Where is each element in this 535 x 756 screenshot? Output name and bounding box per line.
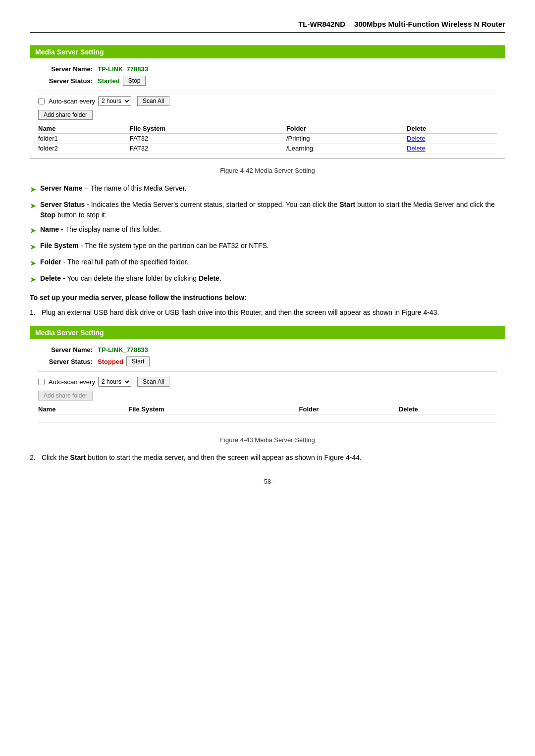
row-filesystem: FAT32 xyxy=(130,144,286,153)
figure43-auto-scan-row: Auto-scan every 2 hours Scan All xyxy=(38,377,497,387)
server-name-value: TP-LINK_778833 xyxy=(98,65,148,73)
step2-list: 2. Click the Start button to start the m… xyxy=(30,453,505,463)
figure43-folder-table: Name File System Folder Delete xyxy=(38,404,497,423)
desc-folder: ➤ Folder - The real full path of the spe… xyxy=(30,257,505,269)
term-folder: Folder xyxy=(40,258,61,266)
server-name-row: Server Name: TP-LINK_778833 xyxy=(38,65,497,73)
page-header: TL-WR842ND 300Mbps Multi-Function Wirele… xyxy=(30,20,505,33)
server-name-label: Server Name: xyxy=(38,65,93,73)
term-filesystem: File System xyxy=(40,242,79,250)
term-server-status: Server Status xyxy=(40,201,85,208)
stop-button[interactable]: Stop xyxy=(123,76,146,86)
stop-bold: Stop xyxy=(40,211,55,219)
step-2: 2. Click the Start button to start the m… xyxy=(30,453,505,463)
start-bold-step2: Start xyxy=(70,454,86,461)
arrow-icon: ➤ xyxy=(30,200,36,212)
scan-all-button[interactable]: Scan All xyxy=(137,96,169,106)
figure42-caption: Figure 4-42 Media Server Setting xyxy=(30,167,505,174)
arrow-icon: ➤ xyxy=(30,184,36,196)
figure43-auto-scan-label: Auto-scan every xyxy=(49,378,95,386)
figure43-server-name-value: TP-LINK_778833 xyxy=(98,346,148,353)
figure43-add-share-folder-button: Add share folder xyxy=(38,391,93,401)
folder-table: Name File System Folder Delete folder1 F… xyxy=(38,124,497,153)
arrow-icon: ➤ xyxy=(30,241,36,253)
term-server-name: Server Name xyxy=(40,184,83,192)
figure42-title: Media Server Setting xyxy=(30,46,505,58)
row-folder: /Printing xyxy=(286,134,407,144)
arrow-icon: ➤ xyxy=(30,257,36,269)
desc-filesystem: ➤ File System - The file system type on … xyxy=(30,241,505,253)
step-2-text: Click the Start button to start the medi… xyxy=(42,453,505,463)
figure43-col-filesystem-header: File System xyxy=(128,404,299,414)
figure43-col-name-header: Name xyxy=(38,404,128,414)
step-1-text: Plug an external USB hard disk drive or … xyxy=(42,307,505,318)
figure43-col-delete-header: Delete xyxy=(399,404,497,414)
server-status-row: Server Status: Started Stop xyxy=(38,76,497,86)
desc-name: ➤ Name - The display name of this folder… xyxy=(30,224,505,237)
row-delete[interactable]: Delete xyxy=(407,134,497,144)
auto-scan-row: Auto-scan every 2 hours Scan All xyxy=(38,96,497,106)
row-filesystem: FAT32 xyxy=(130,134,286,144)
desc-delete: ➤ Delete - You can delete the share fold… xyxy=(30,273,505,286)
figure43-server-name-row: Server Name: TP-LINK_778833 xyxy=(38,346,497,353)
start-bold: Start xyxy=(339,201,355,208)
description-list: ➤ Server Name – The name of this Media S… xyxy=(30,183,505,286)
server-status-value: Started xyxy=(98,77,120,85)
figure43-server-status-label: Server Status: xyxy=(38,358,93,365)
col-delete-header: Delete xyxy=(407,124,497,134)
col-filesystem-header: File System xyxy=(130,124,286,134)
figure43-hours-select[interactable]: 2 hours xyxy=(98,377,131,387)
row-delete[interactable]: Delete xyxy=(407,144,497,153)
figure42-box: Media Server Setting Server Name: TP-LIN… xyxy=(30,45,505,159)
table-row: folder1 FAT32 /Printing Delete xyxy=(38,134,497,144)
step-1-num: 1. xyxy=(30,307,42,318)
term-name: Name xyxy=(40,225,59,233)
desc-server-status: ➤ Server Status - Indicates the Media Se… xyxy=(30,200,505,220)
model-description: 300Mbps Multi-Function Wireless N Router xyxy=(354,20,505,28)
row-name: folder1 xyxy=(38,134,130,144)
table-row: folder2 FAT32 /Learning Delete xyxy=(38,144,497,153)
page-footer: - 58 - xyxy=(30,478,505,485)
desc-server-name: ➤ Server Name – The name of this Media S… xyxy=(30,183,505,196)
figure43-box: Media Server Setting Server Name: TP-LIN… xyxy=(30,326,505,428)
step-1: 1. Plug an external USB hard disk drive … xyxy=(30,307,505,318)
delete-bold: Delete xyxy=(199,274,219,282)
add-share-folder-button[interactable]: Add share folder xyxy=(38,110,93,120)
row-folder: /Learning xyxy=(286,144,407,153)
figure43-title: Media Server Setting xyxy=(30,326,505,339)
model-label: TL-WR842ND xyxy=(298,20,345,28)
figure43-server-status-row: Server Status: Stopped Start xyxy=(38,356,497,366)
col-folder-header: Folder xyxy=(286,124,407,134)
term-delete: Delete xyxy=(40,274,61,282)
figure43-scan-all-button[interactable]: Scan All xyxy=(137,377,169,387)
figure43-empty-row xyxy=(38,414,497,423)
hours-select[interactable]: 2 hours xyxy=(98,96,131,106)
auto-scan-label: Auto-scan every xyxy=(49,98,95,105)
numbered-steps: 1. Plug an external USB hard disk drive … xyxy=(30,307,505,318)
figure43-col-folder-header: Folder xyxy=(299,404,399,414)
figure43-server-name-label: Server Name: xyxy=(38,346,93,353)
figure43-auto-scan-checkbox[interactable] xyxy=(38,379,45,385)
arrow-icon: ➤ xyxy=(30,274,36,286)
row-name: folder2 xyxy=(38,144,130,153)
instruction-heading: To set up your media server, please foll… xyxy=(30,294,505,302)
col-name-header: Name xyxy=(38,124,130,134)
arrow-icon: ➤ xyxy=(30,225,36,237)
figure43-caption: Figure 4-43 Media Server Setting xyxy=(30,436,505,444)
start-button[interactable]: Start xyxy=(126,356,150,366)
page-number: - 58 - xyxy=(260,478,275,485)
figure43-server-status-value: Stopped xyxy=(98,358,123,365)
step-2-num: 2. xyxy=(30,453,42,463)
server-status-label: Server Status: xyxy=(38,77,93,85)
auto-scan-checkbox[interactable] xyxy=(38,98,45,104)
